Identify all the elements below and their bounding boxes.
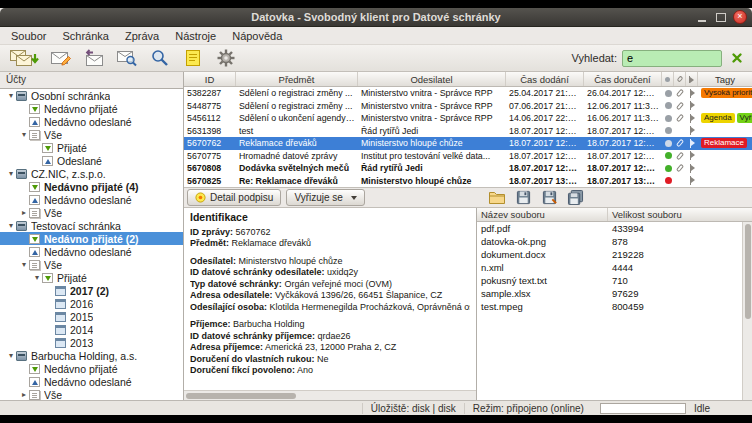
scrollbar-thumb[interactable] — [745, 224, 751, 319]
accounts-tree: Osobní schránka Nedávno přijaté Nedávno … — [0, 88, 183, 400]
clear-search-button[interactable] — [727, 48, 747, 68]
year-item[interactable]: 2017 (2) — [0, 284, 183, 297]
expander-icon[interactable] — [6, 349, 16, 362]
folder-item[interactable]: Nedávno odeslané — [0, 193, 183, 206]
column-acceptance-time[interactable]: Čas doručení — [584, 72, 662, 86]
column-subject[interactable]: Předmět — [236, 72, 358, 86]
expander-icon[interactable] — [19, 206, 29, 219]
download-messages-icon — [9, 49, 39, 67]
process-state-dropdown[interactable]: Vyřizuje se — [286, 189, 365, 206]
message-row[interactable]: 5670825 Re: Reklamace dřeváků Ministerst… — [184, 175, 752, 188]
message-row[interactable]: 5670775 Hromadné datové zprávy Institut … — [184, 150, 752, 163]
inbox-icon — [42, 273, 53, 283]
search-input[interactable] — [622, 50, 722, 67]
attachment-row[interactable]: pokusný text.txt710 — [477, 274, 752, 287]
save-all-attachments-button[interactable] — [564, 189, 586, 207]
folder-item[interactable]: Nedávno přijaté — [0, 102, 183, 115]
folder-item[interactable]: Nedávno odeslané — [0, 245, 183, 258]
year-item[interactable]: 2013 — [0, 336, 183, 349]
folder-item[interactable]: Vše — [0, 206, 183, 219]
message-subject-cell: Sdělení o ukončení agendy ... — [236, 113, 358, 123]
column-attachment[interactable] — [674, 72, 686, 86]
folder-item[interactable]: Nedávno přijaté — [0, 362, 183, 375]
year-item[interactable]: 2014 — [0, 323, 183, 336]
attachment-row[interactable]: dokument.docx219228 — [477, 248, 752, 261]
acceptance-time-cell: 18.07.2017 12:56:08 — [584, 151, 662, 161]
all-folder-icon — [29, 260, 40, 270]
menu-soubor[interactable]: Soubor — [3, 29, 54, 43]
message-row-selected[interactable]: 5670762 Reklamace dřeváků Ministerstvo h… — [184, 137, 752, 150]
column-state[interactable] — [686, 72, 698, 86]
folder-item[interactable]: Nedávno přijaté (4) — [0, 180, 183, 193]
sent-icon — [29, 377, 40, 387]
search-message-button[interactable] — [145, 47, 175, 70]
maximize-button[interactable] — [714, 10, 728, 24]
folder-item[interactable]: Přijaté — [0, 141, 183, 154]
column-id[interactable]: ID — [184, 72, 236, 86]
folder-item[interactable]: Přijaté — [0, 271, 183, 284]
menu-zprava[interactable]: Zpráva — [117, 29, 167, 43]
year-item[interactable]: 2016 — [0, 297, 183, 310]
message-row[interactable]: 5382287 Sdělení o registraci změny ... M… — [184, 87, 752, 100]
column-file-name[interactable]: Název souboru — [477, 208, 608, 221]
folder-item[interactable]: Vše — [0, 258, 183, 271]
column-tags[interactable]: Tagy — [698, 72, 752, 86]
expander-icon[interactable] — [32, 271, 42, 284]
column-read-status[interactable] — [662, 72, 674, 86]
expander-icon[interactable] — [6, 219, 16, 232]
delivery-time-cell: 18.07.2017 12:59:19 — [506, 163, 584, 173]
titlebar[interactable]: Datovka - Svobodný klient pro Datové sch… — [0, 8, 752, 27]
horizontal-scrollbar[interactable] — [184, 390, 476, 400]
create-message-button[interactable] — [46, 47, 76, 70]
expander-icon[interactable] — [19, 388, 29, 400]
attachments-panel: Název souboru Velikost souboru pdf.pdf43… — [477, 208, 752, 400]
mailbox-icon — [16, 221, 27, 231]
account-item[interactable]: Osobní schránka — [0, 89, 183, 102]
save-attachment-button[interactable] — [512, 189, 534, 207]
attachment-row[interactable]: test.mpeg800459 — [477, 300, 752, 313]
verify-message-button[interactable] — [112, 47, 142, 70]
attachment-row[interactable]: n.xml4444 — [477, 261, 752, 274]
folder-item[interactable]: Nedávno odeslané — [0, 115, 183, 128]
folder-item[interactable]: Nedávno odeslané — [0, 375, 183, 388]
column-file-size[interactable]: Velikost souboru — [608, 208, 752, 221]
menu-nastroje[interactable]: Nástroje — [167, 29, 224, 43]
menu-schranka[interactable]: Schránka — [54, 29, 116, 43]
save-attachment-as-button[interactable] — [538, 189, 560, 207]
account-item[interactable]: CZ.NIC, z.s.p.o. — [0, 167, 183, 180]
vertical-scrollbar[interactable] — [742, 222, 752, 400]
folder-item[interactable]: Vše — [0, 128, 183, 141]
expander-icon[interactable] — [19, 258, 29, 271]
year-item[interactable]: 2015 — [0, 310, 183, 323]
folder-item[interactable]: Vše — [0, 388, 183, 400]
account-item[interactable]: Testovací schránka — [0, 219, 183, 232]
expander-icon[interactable] — [19, 128, 29, 141]
download-messages-button[interactable] — [5, 47, 43, 70]
reply-button[interactable] — [79, 47, 109, 70]
message-subject-cell: test — [236, 126, 358, 136]
clipboard-button[interactable] — [178, 47, 208, 70]
scrollbar-thumb[interactable] — [186, 393, 296, 399]
attachment-row[interactable]: datovka-ok.png878 — [477, 235, 752, 248]
expander-icon[interactable] — [6, 167, 16, 180]
signature-detail-button[interactable]: Detail podpisu — [187, 189, 281, 206]
message-row[interactable]: 5670808 Dodávka světelných mečů Řád rytí… — [184, 162, 752, 175]
folder-item-selected[interactable]: Nedávno přijaté (2) — [0, 232, 183, 245]
folder-item[interactable]: Odeslané — [0, 154, 183, 167]
column-delivery-time[interactable]: Čas dodání — [506, 72, 584, 86]
attachment-row[interactable]: sample.xlsx97629 — [477, 287, 752, 300]
open-attachment-button[interactable] — [486, 189, 508, 207]
minimize-button[interactable] — [695, 10, 709, 24]
account-item[interactable]: Barbucha Holding, a.s. — [0, 349, 183, 362]
sent-icon — [29, 195, 40, 205]
message-row[interactable]: 5631398 test Řád rytířů Jedi 18.07.2017 … — [184, 125, 752, 138]
column-sender[interactable]: Odesilatel — [358, 72, 506, 86]
close-button[interactable] — [733, 10, 747, 24]
attachment-row[interactable]: pdf.pdf433994 — [477, 222, 752, 235]
expander-icon[interactable] — [6, 89, 16, 102]
settings-button[interactable] — [211, 47, 241, 70]
message-row[interactable]: 5456112 Sdělení o ukončení agendy ... Mi… — [184, 112, 752, 125]
search-message-icon — [150, 49, 170, 67]
message-row[interactable]: 5448775 Sdělení o registraci změny ... M… — [184, 100, 752, 113]
menu-napoveda[interactable]: Nápověda — [224, 29, 290, 43]
